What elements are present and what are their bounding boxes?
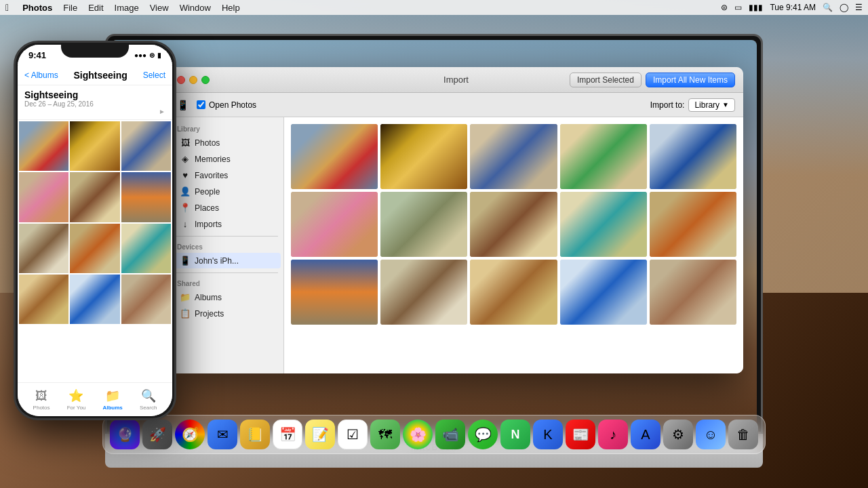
iphone-photo-10[interactable] bbox=[70, 274, 119, 324]
photo-cell-11[interactable] bbox=[380, 260, 467, 325]
dock-facetime[interactable]: 📹 bbox=[435, 420, 465, 449]
photo-cell-10[interactable] bbox=[291, 260, 378, 325]
iphone-signal-icon: ●●● bbox=[134, 52, 146, 59]
import-selected-button[interactable]: Import Selected bbox=[570, 73, 642, 87]
iphone-tab-foryou[interactable]: ⭐ For You bbox=[67, 388, 86, 411]
dock-system-preferences[interactable]: ⚙ bbox=[663, 420, 693, 449]
photo-cell-4[interactable] bbox=[650, 124, 736, 189]
iphone-photo-6[interactable] bbox=[19, 224, 68, 273]
apple-menu[interactable]:  bbox=[5, 2, 9, 13]
open-photos-checkbox[interactable] bbox=[197, 100, 205, 109]
dock-numbers[interactable]: N bbox=[500, 420, 530, 449]
sidebar-section-library: Library bbox=[169, 123, 283, 134]
dock-contacts[interactable]: 📒 bbox=[240, 420, 270, 449]
sidebar-places-label: Places bbox=[195, 203, 219, 213]
dock-launchpad[interactable]: 🚀 bbox=[142, 420, 172, 449]
sidebar-item-albums[interactable]: 📁 Albums bbox=[172, 289, 281, 305]
sidebar-item-projects[interactable]: 📋 Projects bbox=[172, 306, 281, 321]
photo-cell-12[interactable] bbox=[470, 260, 557, 325]
photo-cell-8[interactable] bbox=[560, 192, 647, 257]
import-all-button[interactable]: Import All New Items bbox=[646, 73, 735, 87]
iphone-tab-photos[interactable]: 🖼 Photos bbox=[33, 389, 50, 411]
app-name[interactable]: Photos bbox=[22, 3, 52, 13]
albums-icon: 📁 bbox=[180, 292, 191, 302]
iphone-back-button[interactable]: < Albums bbox=[24, 70, 58, 80]
open-photos-label: Open Photos bbox=[209, 100, 256, 110]
notification-icon[interactable]: ☰ bbox=[855, 3, 863, 12]
imports-icon: ↓ bbox=[180, 219, 191, 229]
photo-cell-14[interactable] bbox=[650, 260, 736, 325]
iphone-tab-foryou-label: For You bbox=[67, 405, 86, 411]
iphone-album-info: Sightseeing Dec 26 – Aug 25, 2016 ► bbox=[18, 85, 172, 120]
sidebar-item-people[interactable]: 👤 People bbox=[172, 184, 281, 199]
iphone-frame: 9:41 ●●● ⊜ ▮ < Albums Sightseeing Select… bbox=[14, 41, 176, 420]
photo-cell-2[interactable] bbox=[470, 124, 557, 189]
window-close-button[interactable] bbox=[177, 76, 185, 84]
iphone-select-button[interactable]: Select bbox=[143, 70, 165, 80]
sidebar-item-photos[interactable]: 🖼 Photos bbox=[172, 135, 281, 150]
dock-music[interactable]: ♪ bbox=[598, 420, 628, 449]
dock-finder[interactable]: ☺ bbox=[696, 420, 726, 449]
iphone-photo-7[interactable] bbox=[70, 224, 119, 273]
sidebar-item-places[interactable]: 📍 Places bbox=[172, 200, 281, 216]
siri-icon[interactable]: ◯ bbox=[840, 3, 848, 12]
dock-photos[interactable]: 🌸 bbox=[403, 420, 433, 449]
iphone-photo-1[interactable] bbox=[70, 121, 119, 171]
menu-edit[interactable]: Edit bbox=[88, 3, 103, 13]
iphone-photo-3[interactable] bbox=[19, 172, 68, 222]
open-photos-checkbox-label[interactable]: Open Photos bbox=[197, 100, 256, 110]
iphone-tab-search[interactable]: 🔍 Search bbox=[140, 388, 157, 411]
dock-safari[interactable]: 🧭 bbox=[175, 420, 205, 449]
dock-news[interactable]: 📰 bbox=[566, 420, 595, 449]
dock: 🔮 🚀 🧭 ✉ 📒 📅 📝 ☑ 🗺 🌸 📹 💬 N K 📰 ♪ A ⚙ ☺ 🗑 bbox=[102, 415, 766, 454]
dock-maps[interactable]: 🗺 bbox=[370, 420, 400, 449]
iphone-wifi-icon: ⊜ bbox=[149, 52, 155, 59]
photo-cell-1[interactable] bbox=[380, 124, 467, 189]
iphone-photo-2[interactable] bbox=[121, 121, 171, 171]
iphone-photo-8[interactable] bbox=[121, 224, 171, 273]
dock-calendar[interactable]: 📅 bbox=[273, 420, 302, 449]
dock-siri[interactable]: 🔮 bbox=[110, 420, 140, 449]
iphone-photo-9[interactable] bbox=[19, 274, 68, 324]
sidebar-item-imports[interactable]: ↓ Imports bbox=[172, 216, 281, 232]
dock-keynote[interactable]: K bbox=[533, 420, 563, 449]
dock-reminders[interactable]: ☑ bbox=[338, 420, 368, 449]
search-icon[interactable]: 🔍 bbox=[823, 3, 833, 12]
sidebar-item-favorites[interactable]: ♥ Favorites bbox=[172, 167, 281, 183]
dock-trash[interactable]: 🗑 bbox=[728, 420, 758, 449]
dock-appstore[interactable]: A bbox=[631, 420, 660, 449]
iphone-photo-11[interactable] bbox=[121, 274, 171, 324]
iphone-tab-albums[interactable]: 📁 Albums bbox=[102, 388, 122, 411]
sidebar-item-device[interactable]: 📱 John's iPh... bbox=[172, 253, 281, 268]
sidebar-imports-label: Imports bbox=[195, 220, 222, 229]
menu-view[interactable]: View bbox=[150, 3, 169, 13]
sidebar-item-memories[interactable]: ◈ Memories bbox=[172, 151, 281, 167]
import-to-select[interactable]: Library ▼ bbox=[688, 98, 735, 112]
iphone-photo-4[interactable] bbox=[70, 172, 119, 222]
iphone-tab-photos-label: Photos bbox=[33, 405, 50, 411]
window-minimize-button[interactable] bbox=[189, 76, 197, 84]
iphone-tab-albums-label: Albums bbox=[102, 405, 122, 411]
photo-cell-5[interactable] bbox=[291, 192, 378, 257]
sidebar-photos-label: Photos bbox=[195, 138, 220, 148]
iphone-battery-icon: ▮ bbox=[157, 52, 161, 59]
photo-cell-7[interactable] bbox=[470, 192, 557, 257]
iphone-photo-0[interactable] bbox=[19, 121, 68, 171]
menu-file[interactable]: File bbox=[63, 3, 77, 13]
menu-help[interactable]: Help bbox=[222, 3, 240, 13]
photo-cell-13[interactable] bbox=[560, 260, 647, 325]
dock-messages[interactable]: 💬 bbox=[468, 420, 498, 449]
photo-cell-0[interactable] bbox=[291, 124, 378, 189]
menu-image[interactable]: Image bbox=[115, 3, 139, 13]
photo-cell-9[interactable] bbox=[650, 192, 736, 257]
photo-cell-3[interactable] bbox=[560, 124, 647, 189]
dock-notes[interactable]: 📝 bbox=[305, 420, 335, 449]
dock-mail[interactable]: ✉ bbox=[208, 420, 237, 449]
menu-window[interactable]: Window bbox=[180, 3, 211, 13]
sidebar-projects-label: Projects bbox=[195, 309, 224, 319]
window-maximize-button[interactable] bbox=[201, 76, 210, 84]
iphone-photo-5[interactable] bbox=[121, 172, 171, 222]
photo-cell-6[interactable] bbox=[380, 192, 467, 257]
chevron-down-icon: ▼ bbox=[722, 101, 729, 108]
sidebar-people-label: People bbox=[195, 187, 220, 197]
